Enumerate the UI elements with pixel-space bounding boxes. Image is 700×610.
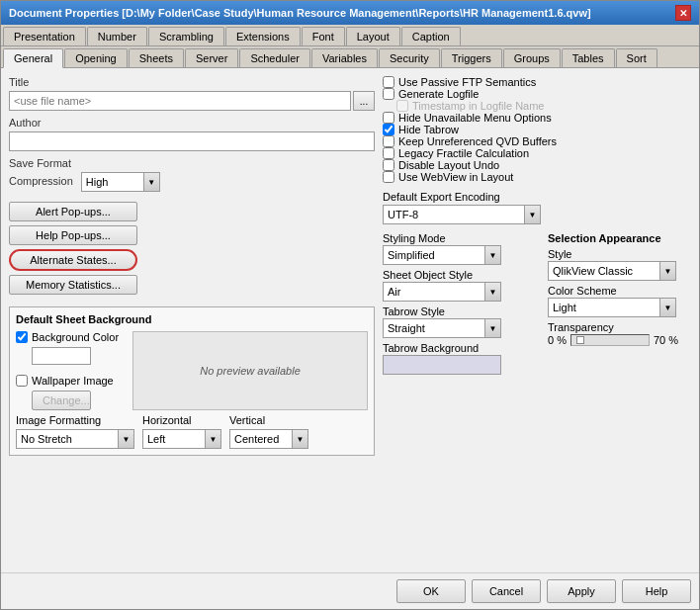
wallpaper-label: Wallpaper Image bbox=[32, 375, 114, 387]
image-format-row: Image Formatting No Stretch ▼ Horizontal… bbox=[16, 414, 368, 449]
sheet-object-style-section: Sheet Object Style Air ▼ bbox=[383, 269, 540, 302]
bg-content: Background Color Wallpaper Image Change.… bbox=[16, 331, 368, 410]
save-format-section: Save Format Compression High ▼ bbox=[9, 157, 375, 192]
tab-triggers[interactable]: Triggers bbox=[441, 48, 502, 67]
change-button[interactable]: Change... bbox=[32, 391, 91, 410]
compression-arrow-icon: ▼ bbox=[143, 173, 159, 191]
tabrow-style-value: Straight bbox=[384, 321, 484, 335]
title-label: Title bbox=[9, 76, 375, 88]
background-section-title: Default Sheet Background bbox=[16, 313, 368, 325]
legacy-fractile-row: Legacy Fractile Calculation bbox=[383, 147, 691, 159]
tab-presentation[interactable]: Presentation bbox=[3, 27, 86, 45]
tab-variables[interactable]: Variables bbox=[311, 48, 378, 67]
help-popups-button[interactable]: Help Pop-ups... bbox=[9, 225, 137, 245]
vertical-col: Vertical Centered ▼ bbox=[229, 414, 308, 449]
tab-extensions[interactable]: Extensions bbox=[225, 27, 301, 45]
wallpaper-row: Wallpaper Image bbox=[16, 375, 125, 387]
tab-number[interactable]: Number bbox=[87, 27, 147, 45]
tabrow-style-section: Tabrow Style Straight ▼ bbox=[383, 305, 540, 338]
tab-server[interactable]: Server bbox=[185, 48, 238, 67]
tab-scrambling[interactable]: Scrambling bbox=[148, 27, 224, 45]
generate-logfile-label: Generate Logfile bbox=[398, 88, 479, 100]
encoding-arrow-icon: ▼ bbox=[524, 206, 540, 223]
image-format-select[interactable]: No Stretch ▼ bbox=[16, 429, 134, 449]
compression-select[interactable]: High ▼ bbox=[81, 172, 160, 192]
use-webview-checkbox[interactable] bbox=[383, 171, 394, 183]
wallpaper-checkbox[interactable] bbox=[16, 375, 28, 387]
alert-popups-button[interactable]: Alert Pop-ups... bbox=[9, 202, 137, 221]
title-browse-button[interactable]: ... bbox=[353, 91, 375, 111]
author-section: Author bbox=[9, 117, 375, 151]
generate-logfile-checkbox[interactable] bbox=[383, 88, 394, 100]
image-format-arrow-icon: ▼ bbox=[118, 430, 133, 448]
window-title: Document Properties [D:\My Folder\Case S… bbox=[9, 7, 591, 19]
disable-layout-undo-label: Disable Layout Undo bbox=[398, 159, 499, 171]
selection-appearance: Selection Appearance Style QlikView Clas… bbox=[548, 232, 691, 565]
bg-color-label: Background Color bbox=[32, 331, 119, 343]
transparency-row: 0 % 70 % bbox=[548, 334, 691, 346]
title-input-row: ... bbox=[9, 91, 375, 111]
ok-button[interactable]: OK bbox=[396, 579, 466, 603]
bg-color-swatch[interactable] bbox=[32, 347, 91, 365]
vertical-select[interactable]: Centered ▼ bbox=[229, 429, 308, 449]
sheet-object-style-value: Air bbox=[384, 285, 484, 299]
title-input[interactable] bbox=[9, 91, 351, 111]
tab-font[interactable]: Font bbox=[302, 27, 345, 45]
memory-statistics-button[interactable]: Memory Statistics... bbox=[9, 275, 137, 295]
sheet-object-style-select[interactable]: Air ▼ bbox=[383, 282, 501, 302]
tab-scheduler[interactable]: Scheduler bbox=[239, 48, 310, 67]
timestamp-checkbox[interactable] bbox=[396, 100, 408, 112]
tab-opening[interactable]: Opening bbox=[64, 48, 128, 67]
color-scheme-select[interactable]: Light ▼ bbox=[548, 298, 676, 317]
styling-mode-value: Simplified bbox=[384, 248, 484, 262]
author-label: Author bbox=[9, 117, 375, 129]
tab-caption[interactable]: Caption bbox=[401, 27, 461, 45]
horizontal-select[interactable]: Left ▼ bbox=[142, 429, 221, 449]
disable-layout-undo-checkbox[interactable] bbox=[383, 159, 394, 171]
tabrow-background-input[interactable] bbox=[383, 355, 501, 375]
image-format-value: No Stretch bbox=[17, 432, 118, 446]
styling-mode-select[interactable]: Simplified ▼ bbox=[383, 245, 501, 265]
tabrow-background-section: Tabrow Background bbox=[383, 342, 540, 375]
tab-security[interactable]: Security bbox=[379, 48, 440, 67]
close-button[interactable]: ✕ bbox=[675, 5, 691, 21]
keep-unreferenced-row: Keep Unreferenced QVD Buffers bbox=[383, 135, 691, 147]
tab-groups[interactable]: Groups bbox=[503, 48, 561, 67]
tab-tables[interactable]: Tables bbox=[562, 48, 615, 67]
hide-unavailable-label: Hide Unavailable Menu Options bbox=[398, 112, 552, 124]
color-scheme-arrow-icon: ▼ bbox=[659, 299, 675, 316]
timestamp-label: Timestamp in Logfile Name bbox=[412, 100, 544, 112]
encoding-section: Default Export Encoding UTF-8 ▼ bbox=[383, 191, 691, 224]
author-input[interactable] bbox=[9, 131, 375, 151]
bg-color-checkbox[interactable] bbox=[16, 331, 28, 343]
legacy-fractile-checkbox[interactable] bbox=[383, 147, 394, 159]
slider-thumb-icon bbox=[576, 336, 584, 344]
passive-ftp-row: Use Passive FTP Semantics bbox=[383, 76, 691, 88]
title-section: Title ... bbox=[9, 76, 375, 111]
alternate-states-button[interactable]: Alternate States... bbox=[9, 249, 137, 271]
content-area: Title ... Author Save Format Compression bbox=[1, 68, 699, 572]
apply-button[interactable]: Apply bbox=[547, 579, 616, 603]
color-scheme-label: Color Scheme bbox=[548, 285, 691, 297]
vertical-arrow-icon: ▼ bbox=[292, 430, 307, 448]
transparency-section: Transparency 0 % 70 % bbox=[548, 321, 691, 346]
background-section: Default Sheet Background Background Colo… bbox=[9, 306, 375, 456]
tab-sort[interactable]: Sort bbox=[616, 48, 657, 67]
tab-layout[interactable]: Layout bbox=[346, 27, 400, 45]
encoding-select[interactable]: UTF-8 ▼ bbox=[383, 205, 541, 224]
keep-unreferenced-label: Keep Unreferenced QVD Buffers bbox=[398, 135, 557, 147]
hide-tabrow-checkbox[interactable] bbox=[383, 124, 394, 135]
passive-ftp-checkbox[interactable] bbox=[383, 76, 394, 88]
tab-sheets[interactable]: Sheets bbox=[129, 48, 184, 67]
vertical-value: Centered bbox=[230, 432, 292, 446]
style-select[interactable]: QlikView Classic ▼ bbox=[548, 261, 676, 281]
style-section: Style QlikView Classic ▼ bbox=[548, 248, 691, 281]
hide-unavailable-checkbox[interactable] bbox=[383, 112, 394, 124]
help-button[interactable]: Help bbox=[622, 579, 691, 603]
tabrow-style-select[interactable]: Straight ▼ bbox=[383, 318, 501, 338]
keep-unreferenced-checkbox[interactable] bbox=[383, 135, 394, 147]
cancel-button[interactable]: Cancel bbox=[472, 579, 541, 603]
preview-area: No preview available bbox=[132, 331, 368, 410]
tab-general[interactable]: General bbox=[3, 48, 63, 68]
transparency-slider[interactable] bbox=[570, 334, 650, 346]
